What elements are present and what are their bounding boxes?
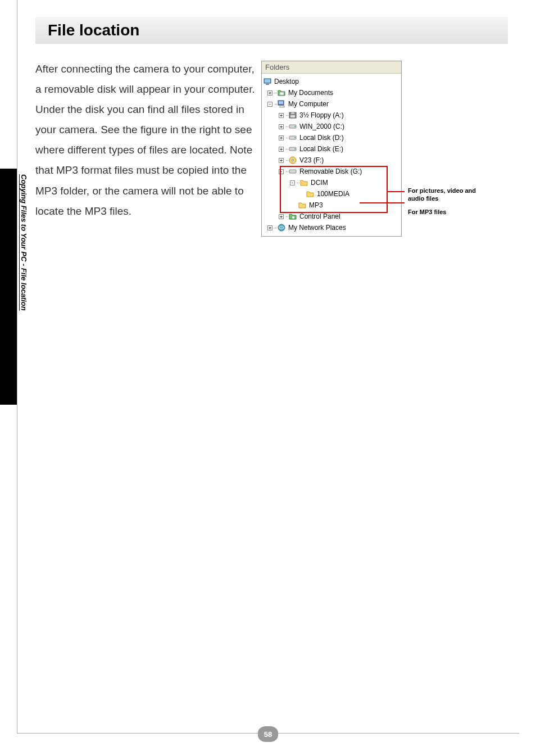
svg-point-17	[292, 160, 294, 161]
callout-media-label: For pictures, video and audio files	[408, 187, 481, 203]
network-places-icon	[277, 223, 286, 232]
tree-row-controlpanel[interactable]: + Control Panel	[263, 211, 400, 222]
folders-pane-header: Folders	[262, 61, 401, 74]
tree-label: 100MEDIA	[317, 190, 349, 198]
tree-row-mydocs[interactable]: + My Documents	[263, 87, 400, 98]
tree-row-localD[interactable]: + Local Disk (D:)	[263, 132, 400, 143]
desktop-icon	[263, 77, 272, 86]
control-panel-icon	[288, 212, 297, 221]
svg-rect-8	[291, 112, 294, 114]
tree-label: 3½ Floppy (A:)	[299, 111, 344, 119]
page-number: 58	[258, 726, 278, 742]
collapse-icon[interactable]: -	[279, 169, 284, 174]
tree-row-100media[interactable]: 100MEDIA	[263, 188, 400, 200]
expand-icon[interactable]: +	[279, 214, 284, 219]
my-documents-icon	[277, 88, 286, 97]
collapse-icon[interactable]: -	[290, 180, 295, 185]
tree-label: Local Disk (D:)	[299, 134, 344, 142]
folder-tree-figure: Folders Desktop + My Documents - My Comp…	[261, 61, 402, 237]
svg-point-11	[294, 126, 296, 127]
tree-row-floppy[interactable]: + 3½ Floppy (A:)	[263, 110, 400, 121]
side-tab-text: Copying Files to Your PC - File location	[17, 174, 28, 311]
svg-rect-3	[280, 92, 284, 95]
callout-mp3-label: For MP3 files	[408, 208, 481, 216]
expand-icon[interactable]: +	[267, 225, 272, 230]
expand-icon[interactable]: +	[267, 90, 272, 96]
tree-label: My Network Places	[288, 224, 346, 232]
cd-drive-icon	[288, 156, 297, 165]
expand-icon[interactable]: +	[279, 158, 284, 163]
tree-row-network[interactable]: + My Network Places	[263, 222, 400, 233]
hard-disk-icon	[288, 133, 297, 142]
svg-point-15	[294, 148, 296, 150]
svg-point-13	[294, 137, 296, 138]
svg-rect-2	[266, 84, 269, 85]
body-paragraph: After connecting the camera to your comp…	[35, 59, 257, 221]
floppy-disk-icon	[288, 111, 297, 120]
removable-disk-icon	[288, 167, 297, 176]
tree-label: Local Disk (E:)	[299, 145, 343, 153]
tree-row-dcim[interactable]: - DCIM	[263, 177, 400, 188]
tree-label: My Documents	[288, 89, 333, 97]
expand-icon[interactable]: +	[279, 135, 284, 141]
tree-label: Removable Disk (G:)	[299, 168, 362, 175]
svg-point-21	[278, 224, 285, 231]
tree-row-win2000[interactable]: + WIN_2000 (C:)	[263, 121, 400, 132]
tree-label: DCIM	[311, 179, 328, 187]
tree-label: Desktop	[274, 78, 299, 85]
tree-row-mp3[interactable]: MP3	[263, 200, 400, 211]
tree-row-desktop[interactable]: Desktop	[263, 76, 400, 87]
expand-icon[interactable]: +	[279, 147, 284, 152]
expand-icon[interactable]: +	[279, 113, 284, 118]
callout-line-media	[387, 191, 405, 192]
svg-rect-6	[280, 106, 284, 107]
folder-icon	[299, 178, 308, 187]
hard-disk-icon	[288, 144, 297, 153]
my-computer-icon	[277, 99, 286, 108]
tree-row-mycomputer[interactable]: - My Computer	[263, 98, 400, 110]
svg-rect-5	[279, 101, 283, 104]
expand-icon[interactable]: +	[279, 124, 284, 129]
collapse-icon[interactable]: -	[267, 102, 272, 107]
svg-rect-9	[290, 115, 295, 117]
tree-row-localE[interactable]: + Local Disk (E:)	[263, 143, 400, 155]
section-heading: File location	[48, 21, 139, 39]
tree-label: My Computer	[288, 100, 329, 108]
tree-row-removable[interactable]: - Removable Disk (G:)	[263, 166, 400, 177]
section-heading-bar: File location	[35, 17, 508, 44]
tree-label: V23 (F:)	[299, 156, 324, 164]
svg-rect-1	[265, 79, 270, 83]
hard-disk-icon	[288, 122, 297, 131]
tree-row-v23[interactable]: + V23 (F:)	[263, 155, 400, 166]
tree-label: Control Panel	[299, 212, 340, 220]
tree-label: WIN_2000 (C:)	[299, 123, 344, 130]
folder-tree: Desktop + My Documents - My Computer +	[262, 74, 401, 236]
folder-icon	[306, 189, 315, 198]
svg-rect-19	[290, 169, 295, 170]
folder-icon	[298, 201, 307, 210]
side-tab-black	[0, 169, 17, 405]
svg-point-20	[292, 216, 294, 219]
tree-label: MP3	[309, 201, 323, 209]
callout-line-mp3	[360, 202, 405, 203]
